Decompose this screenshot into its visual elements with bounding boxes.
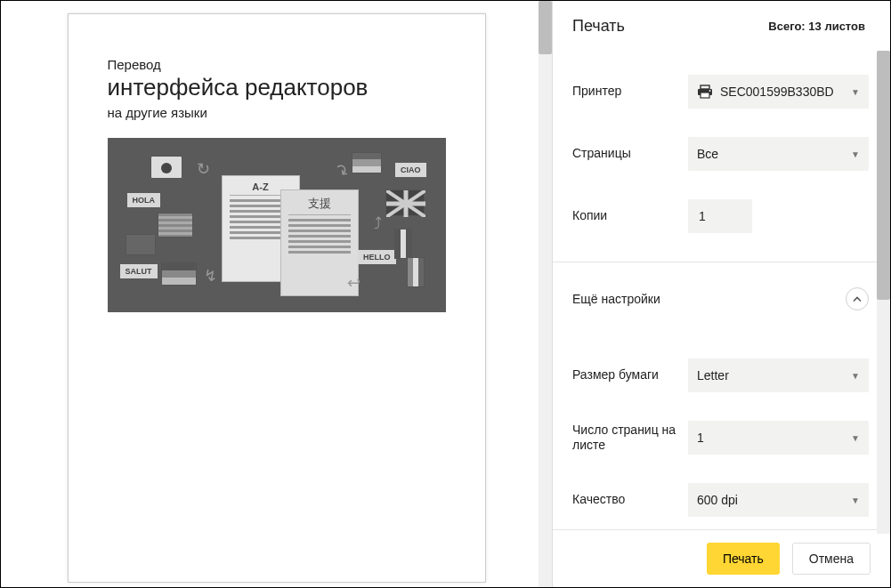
print-preview-pane: Перевод интерфейса редакторов на другие …	[1, 1, 552, 587]
tag-hola: HOLA	[127, 193, 161, 207]
chevron-down-icon: ▼	[851, 87, 860, 97]
paper-size-select[interactable]: Letter ▼	[688, 358, 869, 392]
svg-rect-4	[701, 85, 709, 89]
svg-rect-6	[701, 93, 709, 98]
doc-subtitle-1: Перевод	[108, 57, 446, 72]
quality-select[interactable]: 600 dpi ▼	[688, 483, 869, 517]
svg-point-7	[709, 90, 711, 92]
doc-title: интерфейса редакторов	[108, 74, 446, 101]
divider	[553, 262, 888, 262]
tag-hello: HELLO	[358, 250, 396, 264]
quality-label: Качество	[572, 492, 688, 508]
more-settings-toggle[interactable]	[846, 287, 869, 310]
pages-per-sheet-select[interactable]: 1 ▼	[688, 421, 869, 455]
paper-size-value: Letter	[697, 368, 851, 383]
pages-value: Все	[697, 147, 851, 161]
panel-scrollbar[interactable]	[877, 51, 890, 534]
tag-ciao: CIAO	[395, 163, 426, 177]
print-settings-panel: Печать Всего: 13 листов Принтер SEC00159…	[552, 1, 890, 587]
chevron-up-icon	[853, 293, 862, 305]
paper-size-label: Размер бумаги	[572, 367, 688, 383]
printer-icon	[697, 85, 713, 99]
more-settings-label: Ещё настройки	[572, 292, 660, 306]
printer-select[interactable]: SEC001599B330BD ▼	[688, 75, 869, 109]
copies-input[interactable]	[688, 199, 752, 233]
paper-heading-cjk: 支援	[288, 196, 351, 215]
tag-salut: SALUT	[120, 264, 158, 278]
preview-scrollbar[interactable]	[539, 1, 552, 587]
sheet-total: Всего: 13 листов	[768, 20, 865, 33]
chevron-down-icon: ▼	[851, 433, 860, 443]
panel-scrollbar-thumb[interactable]	[877, 51, 890, 300]
panel-title: Печать	[572, 17, 625, 36]
quality-value: 600 dpi	[697, 493, 851, 507]
copies-label: Копии	[572, 208, 688, 224]
doc-subtitle-2: на другие языки	[108, 105, 446, 120]
pages-per-sheet-value: 1	[697, 431, 851, 445]
printer-value: SEC001599B330BD	[720, 85, 851, 99]
preview-scrollbar-thumb[interactable]	[539, 1, 552, 54]
preview-page: Перевод интерфейса редакторов на другие …	[68, 13, 486, 583]
chevron-down-icon: ▼	[851, 149, 860, 159]
pages-label: Страницы	[572, 146, 688, 162]
chevron-down-icon: ▼	[851, 495, 860, 505]
chevron-down-icon: ▼	[851, 371, 860, 381]
printer-label: Принтер	[572, 84, 688, 100]
cancel-button[interactable]: Отмена	[792, 543, 871, 575]
pages-per-sheet-label: Число страниц на листе	[572, 423, 688, 454]
pages-select[interactable]: Все ▼	[688, 137, 869, 171]
print-button[interactable]: Печать	[707, 543, 780, 575]
doc-hero-image: A-Z 支援 HOLA CIAO SALUT HELLO	[108, 138, 446, 312]
